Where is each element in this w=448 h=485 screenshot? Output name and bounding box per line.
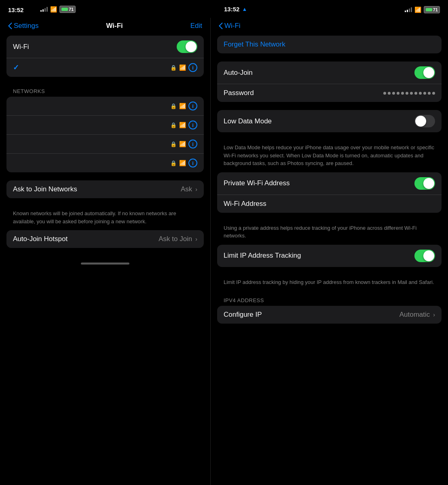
right-battery-fill xyxy=(426,8,432,11)
limit-ip-card: Limit IP Address Tracking xyxy=(217,245,442,267)
ask-to-join-row[interactable]: Ask to Join Networks Ask › xyxy=(6,180,204,198)
home-indicator-left xyxy=(6,256,204,271)
networks-section-label: NETWORKS xyxy=(6,85,204,97)
wifi-signal-1: 📶 xyxy=(179,103,186,109)
wifi-signal-connected: 📶 xyxy=(179,64,186,71)
info-icon-2[interactable]: i xyxy=(188,121,197,129)
password-row[interactable]: Password xyxy=(217,84,442,102)
private-wifi-row: Private Wi-Fi Address xyxy=(217,172,442,195)
wifi-toggle[interactable] xyxy=(177,40,197,53)
ask-to-join-label: Ask to Join Networks xyxy=(13,185,77,193)
limit-ip-row: Limit IP Address Tracking xyxy=(217,245,442,267)
auto-join-hotspot-row[interactable]: Auto-Join Hotspot Ask to Join › xyxy=(6,230,204,248)
lock-icon-3: 🔒 xyxy=(170,141,177,147)
limit-ip-desc: Limit IP address tracking by hiding your… xyxy=(217,275,442,291)
auto-join-hotspot-card: Auto-Join Hotspot Ask to Join › xyxy=(6,230,204,248)
right-signal-bars xyxy=(405,7,412,12)
edit-button[interactable]: Edit xyxy=(190,22,202,30)
left-nav-bar: Settings Wi-Fi Edit xyxy=(6,18,204,36)
lock-icon-1: 🔒 xyxy=(170,103,177,109)
forget-network-card: Forget This Network xyxy=(217,36,442,53)
private-wifi-card: Private Wi-Fi Address Wi-Fi Address xyxy=(217,172,442,213)
left-panel: Settings Wi-Fi Edit Wi-Fi ✓ 🔒 📶 i xyxy=(0,18,210,485)
left-battery-fill xyxy=(61,8,68,11)
right-wifi-icon: 📶 xyxy=(414,6,421,13)
time-left: 13:52 xyxy=(8,6,23,13)
info-icon-1[interactable]: i xyxy=(188,102,197,110)
lock-icon-4: 🔒 xyxy=(170,160,177,166)
info-icon-connected[interactable]: i xyxy=(188,63,197,72)
low-data-label: Low Data Mode xyxy=(224,117,272,125)
right-panel: Wi-Fi Forget This Network Auto-Join Pass… xyxy=(210,18,448,485)
wifi-signal-2: 📶 xyxy=(179,122,186,128)
low-data-toggle[interactable] xyxy=(414,115,435,127)
low-data-knob xyxy=(415,116,426,127)
forget-network-label: Forget This Network xyxy=(224,40,285,49)
left-signal-bars xyxy=(40,7,48,12)
network-row-4[interactable]: 🔒 📶 i xyxy=(6,154,204,172)
configure-ip-chevron: › xyxy=(433,311,435,318)
auto-join-row: Auto-Join xyxy=(217,61,442,84)
auto-join-knob xyxy=(423,67,434,78)
status-bar: 13:52 📶 71 13:52 ▲ 📶 71 xyxy=(0,0,448,18)
ask-to-join-desc: Known networks will be joined automatica… xyxy=(6,206,204,230)
limit-ip-knob xyxy=(423,250,434,261)
network-row-3[interactable]: 🔒 📶 i xyxy=(6,135,204,154)
lock-icon-2: 🔒 xyxy=(170,122,177,128)
limit-ip-toggle[interactable] xyxy=(414,250,435,262)
auto-join-toggle[interactable] xyxy=(414,66,435,79)
auto-join-hotspot-right: Ask to Join › xyxy=(158,235,197,243)
home-indicator-bar-left xyxy=(81,263,129,265)
low-data-row: Low Data Mode xyxy=(217,110,442,132)
left-nav-title: Wi-Fi xyxy=(106,22,123,30)
network-row-4-icons: 🔒 📶 i xyxy=(170,159,197,167)
right-nav-bar: Wi-Fi xyxy=(217,18,442,36)
right-time-group: 13:52 ▲ xyxy=(224,6,247,13)
ipv4-section-heading: IPV4 ADDRESS xyxy=(217,291,442,306)
password-dots xyxy=(383,92,435,95)
info-icon-4[interactable]: i xyxy=(188,159,197,167)
connected-network-icons: 🔒 📶 i xyxy=(170,63,197,72)
status-right: 📶 71 xyxy=(405,6,440,13)
location-icon: ▲ xyxy=(242,6,247,12)
low-data-desc: Low Data Mode helps reduce your iPhone d… xyxy=(217,140,442,172)
wifi-signal-4: 📶 xyxy=(179,160,186,166)
network-row-2-icons: 🔒 📶 i xyxy=(170,121,197,129)
networks-card: 🔒 📶 i 🔒 📶 i 🔒 📶 i xyxy=(6,97,204,172)
configure-ip-value: Automatic xyxy=(399,311,430,319)
ask-to-join-card: Ask to Join Networks Ask › xyxy=(6,180,204,198)
wifi-toggle-card: Wi-Fi ✓ 🔒 📶 i xyxy=(6,36,204,77)
connected-checkmark: ✓ xyxy=(13,63,19,72)
network-row-3-icons: 🔒 📶 i xyxy=(170,140,197,148)
auto-join-hotspot-label: Auto-Join Hotspot xyxy=(13,235,68,243)
limit-ip-label: Limit IP Address Tracking xyxy=(224,252,301,260)
wifi-toggle-label: Wi-Fi xyxy=(13,43,29,51)
time-right: 13:52 xyxy=(224,6,239,13)
configure-ip-row[interactable]: Configure IP Automatic › xyxy=(217,306,442,324)
network-row-2[interactable]: 🔒 📶 i xyxy=(6,116,204,135)
private-wifi-toggle[interactable] xyxy=(414,177,435,190)
auto-join-label: Auto-Join xyxy=(224,69,253,77)
left-signal-group: 📶 71 xyxy=(40,6,76,13)
low-data-card: Low Data Mode xyxy=(217,110,442,132)
ask-to-join-value: Ask xyxy=(181,185,192,193)
ipv4-card: Configure IP Automatic › xyxy=(217,306,442,324)
password-label: Password xyxy=(224,89,254,97)
configure-ip-right: Automatic › xyxy=(399,311,435,319)
auto-join-password-card: Auto-Join Password xyxy=(217,61,442,102)
private-wifi-knob xyxy=(423,178,434,189)
wifi-address-desc: Using a private address helps reduce tra… xyxy=(217,221,442,245)
wifi-address-row: Wi-Fi Address xyxy=(217,195,442,213)
wifi-toggle-knob xyxy=(186,41,197,52)
wifi-address-label: Wi-Fi Address xyxy=(224,200,266,208)
back-to-settings[interactable]: Settings xyxy=(8,22,38,30)
main-content: Settings Wi-Fi Edit Wi-Fi ✓ 🔒 📶 i xyxy=(0,18,448,485)
ask-to-join-right: Ask › xyxy=(181,185,197,193)
network-row-1[interactable]: 🔒 📶 i xyxy=(6,97,204,116)
back-to-wifi[interactable]: Wi-Fi xyxy=(219,22,241,30)
forget-network-row[interactable]: Forget This Network xyxy=(217,36,442,53)
lock-icon-connected: 🔒 xyxy=(170,65,177,71)
info-icon-3[interactable]: i xyxy=(188,140,197,148)
left-wifi-icon: 📶 xyxy=(50,6,57,13)
ask-to-join-chevron: › xyxy=(195,186,197,193)
